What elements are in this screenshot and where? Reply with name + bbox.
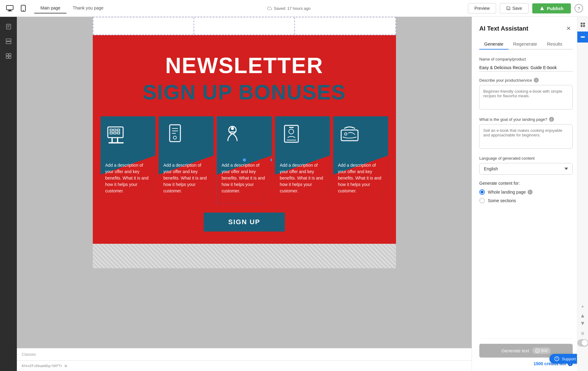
language-dropdown[interactable]: English Spanish French German Italian Po… bbox=[479, 163, 573, 175]
svg-rect-15 bbox=[6, 56, 8, 58]
tab-regenerate[interactable]: Regenerate bbox=[508, 39, 542, 50]
card-3-text: Add a description of your offer and key … bbox=[222, 162, 267, 194]
panel-grid-icon[interactable] bbox=[577, 19, 588, 30]
resize-handle-center[interactable] bbox=[243, 158, 246, 161]
arrow-up-icon[interactable]: ▲ bbox=[580, 313, 586, 319]
describe-label: Describe your product/service i bbox=[479, 78, 573, 83]
desktop-device-icon[interactable] bbox=[5, 3, 15, 13]
describe-info-icon[interactable]: i bbox=[534, 78, 539, 83]
radio-some-label: Some sections bbox=[488, 198, 516, 203]
company-field-group: Name of company/product Easy & Delicious… bbox=[479, 57, 573, 72]
save-indicator: Saved: 17 hours ago bbox=[267, 6, 311, 11]
footer-area bbox=[93, 244, 396, 268]
generate-section-title: Generate content for: bbox=[479, 181, 573, 186]
cards-grid: Add a description of your offer and key … bbox=[93, 116, 396, 203]
radio-whole-page[interactable]: Whole landing page i bbox=[479, 189, 573, 195]
right-panel: + ▲ ▼ ≡ AI Text Assistant ✕ Generate bbox=[472, 17, 588, 371]
header-block-2 bbox=[194, 17, 295, 35]
help-icon[interactable]: ? bbox=[575, 4, 583, 13]
sidebar-pages-icon[interactable] bbox=[2, 20, 15, 33]
svg-rect-18 bbox=[110, 129, 112, 131]
close-panel-button[interactable]: ✕ bbox=[564, 24, 573, 33]
card-2[interactable]: Add a description of your offer and key … bbox=[159, 116, 214, 203]
copy-code-icon[interactable]: ⧉ bbox=[65, 364, 67, 368]
expand-icon[interactable]: + bbox=[581, 304, 584, 310]
card-2-icon bbox=[164, 122, 188, 147]
radio-some-dot bbox=[479, 198, 485, 203]
align-icon[interactable]: ≡ bbox=[581, 330, 584, 337]
svg-rect-16 bbox=[9, 56, 11, 58]
cloud-icon bbox=[267, 6, 272, 11]
main-layout: NEWSLETTER SIGN UP BONUSES bbox=[0, 17, 588, 371]
ai-panel: AI Text Assistant ✕ Generate Regenerate … bbox=[472, 17, 588, 371]
card-1[interactable]: Add a description of your offer and key … bbox=[100, 116, 156, 203]
header-block-3 bbox=[295, 17, 395, 35]
tab-main-page[interactable]: Main page bbox=[34, 3, 66, 13]
classes-label: Classes bbox=[22, 352, 36, 357]
svg-rect-26 bbox=[108, 142, 124, 143]
goal-textarea[interactable] bbox=[479, 124, 573, 149]
language-field-group: Language of generated content English Sp… bbox=[479, 156, 573, 175]
card-1-icon bbox=[105, 122, 130, 147]
sidebar-sections-icon[interactable] bbox=[2, 35, 15, 47]
svg-rect-41 bbox=[581, 23, 582, 24]
signup-button[interactable]: SIGN UP bbox=[204, 213, 285, 232]
sidebar-elements-icon[interactable] bbox=[2, 50, 15, 62]
language-label: Language of generated content bbox=[479, 156, 573, 161]
card-4[interactable]: Add a description of your offer and key … bbox=[275, 116, 330, 203]
card-5[interactable]: Add a description of your offer and key … bbox=[333, 116, 388, 203]
svg-rect-7 bbox=[6, 24, 11, 29]
svg-text:?: ? bbox=[556, 357, 558, 361]
whole-page-info-icon[interactable]: i bbox=[528, 190, 533, 195]
svg-rect-42 bbox=[583, 23, 585, 24]
svg-point-4 bbox=[23, 10, 24, 11]
page-tabs: Main page Thank you page bbox=[34, 3, 110, 13]
svg-rect-38 bbox=[289, 127, 294, 128]
canvas-wrapper: NEWSLETTER SIGN UP BONUSES bbox=[17, 17, 472, 371]
tab-results[interactable]: Results bbox=[542, 39, 567, 50]
hero-headline: NEWSLETTER bbox=[105, 54, 384, 78]
panel-right-controls: + ▲ ▼ ≡ bbox=[577, 304, 588, 347]
company-value: Easy & Delicious Recipes: Guide E-book bbox=[479, 64, 573, 72]
panel-blue-btn[interactable] bbox=[577, 32, 588, 43]
hero-subheadline: SIGN UP BONUSES bbox=[105, 80, 384, 104]
preview-button[interactable]: Preview bbox=[468, 3, 496, 13]
svg-text:¢: ¢ bbox=[537, 350, 538, 353]
svg-point-36 bbox=[289, 129, 294, 134]
save-icon bbox=[506, 6, 511, 10]
svg-rect-44 bbox=[583, 25, 585, 27]
svg-rect-25 bbox=[117, 138, 118, 142]
svg-rect-0 bbox=[6, 6, 13, 10]
canvas-scroll[interactable]: NEWSLETTER SIGN UP BONUSES bbox=[17, 17, 472, 348]
svg-rect-20 bbox=[117, 129, 120, 131]
arrow-down-icon[interactable]: ▼ bbox=[580, 320, 586, 327]
company-label: Name of company/product bbox=[479, 57, 573, 61]
describe-textarea[interactable] bbox=[479, 85, 573, 109]
signup-btn-wrap: SIGN UP bbox=[105, 213, 384, 232]
tab-thankyou-page[interactable]: Thank you page bbox=[66, 3, 109, 13]
top-bar-left: Main page Thank you page bbox=[5, 3, 110, 13]
tab-generate[interactable]: Generate bbox=[479, 39, 508, 50]
left-sidebar bbox=[0, 17, 17, 371]
generate-section: Generate content for: Whole landing page… bbox=[479, 181, 573, 206]
panel-toggle[interactable] bbox=[577, 339, 588, 347]
svg-rect-2 bbox=[8, 11, 12, 11]
svg-marker-6 bbox=[540, 6, 544, 10]
save-status-text: Saved: 17 hours ago bbox=[274, 6, 311, 11]
resize-handle-right[interactable] bbox=[270, 158, 272, 161]
save-button[interactable]: Save bbox=[500, 3, 529, 13]
card-3[interactable]: + EDIT ⧉ ⊞ 🗑 ⚙ bbox=[217, 116, 272, 203]
svg-rect-34 bbox=[229, 132, 236, 132]
ai-panel-header: AI Text Assistant ✕ bbox=[479, 24, 573, 33]
goal-field-group: What is the goal of your landing page? i bbox=[479, 117, 573, 150]
radio-some-sections[interactable]: Some sections bbox=[479, 198, 573, 203]
support-button[interactable]: ? Support bbox=[549, 354, 581, 364]
publish-button[interactable]: Publish bbox=[532, 3, 571, 13]
svg-rect-21 bbox=[110, 132, 112, 134]
card-4-icon bbox=[280, 122, 304, 147]
goal-info-icon[interactable]: i bbox=[549, 117, 554, 122]
mobile-device-icon[interactable] bbox=[18, 3, 28, 13]
hero-section: NEWSLETTER SIGN UP BONUSES bbox=[93, 35, 396, 244]
card-5-icon bbox=[338, 122, 363, 147]
header-strip bbox=[93, 17, 396, 35]
